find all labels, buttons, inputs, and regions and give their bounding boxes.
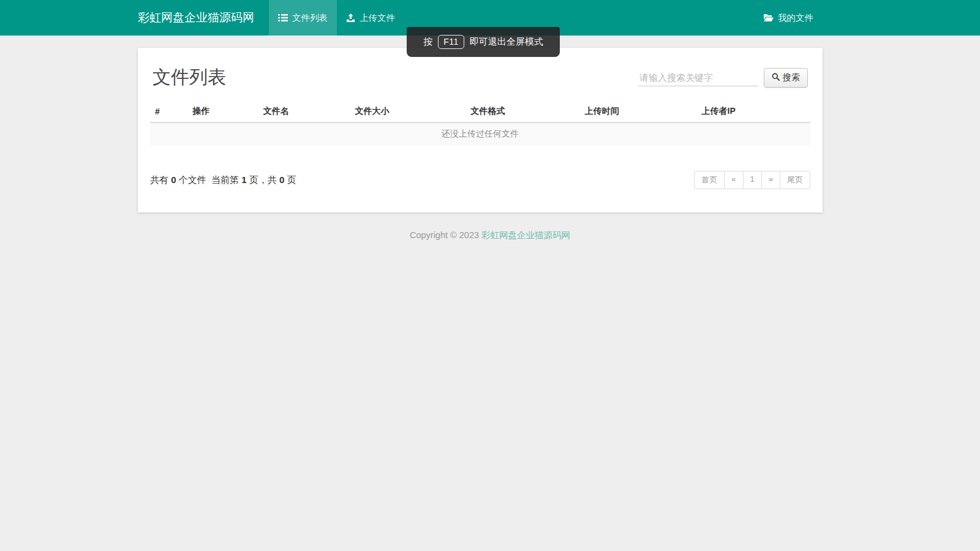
summary-text: 页 <box>284 174 296 185</box>
nav-item-label: 上传文件 <box>360 12 395 24</box>
column-header-upload-time: 上传时间 <box>580 101 697 122</box>
page-title: 文件列表 <box>153 65 226 90</box>
f11-key: F11 <box>438 35 464 49</box>
file-list-card: 文件列表 搜索 # 操作 文件名 文件大 <box>138 48 823 212</box>
card-header-row: 文件列表 搜索 <box>153 65 808 90</box>
pagination-last[interactable]: 尾页 <box>780 171 810 189</box>
nav-item-my-files[interactable]: 我的文件 <box>754 0 823 36</box>
search-button-label: 搜索 <box>783 72 800 83</box>
search-icon <box>772 73 780 83</box>
column-header-actions: 操作 <box>187 101 258 122</box>
file-table: # 操作 文件名 文件大小 文件格式 上传时间 上传者IP 还没上传过任何文件 <box>150 101 810 145</box>
pagination-page-1[interactable]: 1 <box>743 171 762 189</box>
toast-text-suffix: 即可退出全屏模式 <box>470 36 543 48</box>
pager-row: 共有 0 个文件 当前第 1 页，共 0 页 首页 « 1 » 尾页 <box>150 171 810 189</box>
column-header-filename: 文件名 <box>258 101 350 122</box>
nav-item-upload[interactable]: 上传文件 <box>337 0 404 36</box>
nav-item-label: 我的文件 <box>778 12 813 24</box>
total-files-count: 0 <box>171 174 176 185</box>
pagination-first[interactable]: 首页 <box>694 171 725 189</box>
nav-item-file-list[interactable]: 文件列表 <box>269 0 337 36</box>
pagination-prev[interactable]: « <box>724 171 743 189</box>
footer-link[interactable]: 彩虹网盘企业猫源码网 <box>481 230 570 240</box>
summary-text: 共有 <box>150 174 171 185</box>
column-header-filesize: 文件大小 <box>350 101 466 122</box>
brand[interactable]: 彩虹网盘企业猫源码网 <box>138 0 254 36</box>
search-bar: 搜索 <box>638 68 808 88</box>
nav-links: 文件列表 上传文件 <box>269 0 404 36</box>
column-header-format: 文件格式 <box>466 101 579 122</box>
nav-item-label: 文件列表 <box>292 12 328 24</box>
empty-message: 还没上传过任何文件 <box>150 122 810 145</box>
column-header-index: # <box>150 101 187 122</box>
toast-text-prefix: 按 <box>423 36 432 48</box>
pagination: 首页 « 1 » 尾页 <box>694 171 810 189</box>
total-pages-count: 0 <box>279 174 284 185</box>
fullscreen-exit-toast: 按 F11 即可退出全屏模式 <box>407 27 560 57</box>
footer: Copyright © 2023 彩虹网盘企业猫源码网 <box>0 230 980 241</box>
search-input[interactable] <box>638 69 758 86</box>
pagination-next[interactable]: » <box>761 171 780 189</box>
table-header-row: # 操作 文件名 文件大小 文件格式 上传时间 上传者IP <box>150 101 810 122</box>
search-button[interactable]: 搜索 <box>764 68 808 88</box>
column-header-uploader-ip: 上传者IP <box>697 101 810 122</box>
upload-icon <box>346 13 355 23</box>
current-page-number: 1 <box>241 174 246 185</box>
summary-text: 个文件 当前第 <box>176 174 242 185</box>
file-count-summary: 共有 0 个文件 当前第 1 页，共 0 页 <box>150 174 296 186</box>
list-icon <box>278 13 288 22</box>
summary-text: 页，共 <box>247 174 279 185</box>
empty-row: 还没上传过任何文件 <box>150 122 810 145</box>
folder-open-icon <box>763 13 774 22</box>
copyright-text: Copyright © 2023 <box>410 230 481 240</box>
